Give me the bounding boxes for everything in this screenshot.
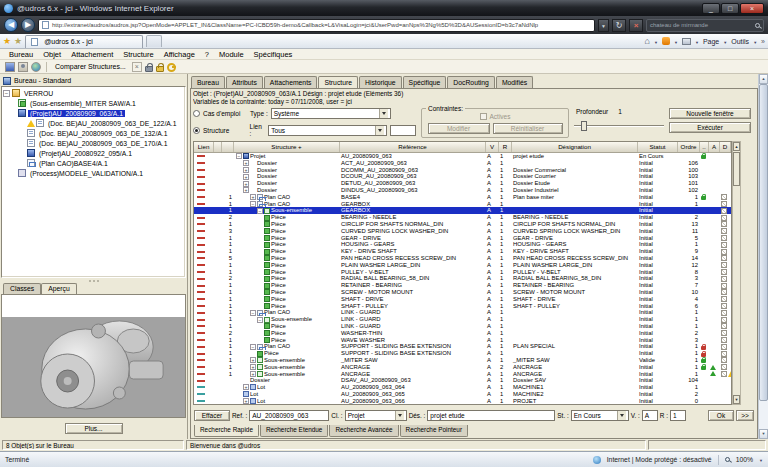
page-menu-button[interactable]: Page [703,38,719,45]
expand-toggle-icon[interactable]: − [3,90,10,97]
r-input[interactable]: 1 [670,410,686,421]
table-row[interactable]: 1PiècePULLEY - V-BELTA1PULLEY - V-BELTIn… [194,269,731,276]
tree-item[interactable]: (Doc. BE)AU_20080909_063_DE_132/A.1 [3,128,184,138]
column-header[interactable]: Structure + [234,142,340,152]
table-row[interactable]: 1+Plan CAOBASE4A1Plan base miterInitial1 [194,194,731,201]
expand-toggle-icon[interactable]: + [250,194,256,200]
table-row[interactable]: 1+Sous-ensembleANCRAGEA2ANCRAGEInitial1 [194,364,731,371]
tab-6[interactable]: DocRouting [447,76,495,88]
expand-toggle-icon[interactable]: + [243,167,249,173]
ok-button[interactable]: Ok [708,410,734,421]
tab-4[interactable]: Historique [359,76,402,88]
search-input[interactable]: chateau de mirmande [646,19,764,32]
table-row[interactable]: 2PièceWASHER-THINA1Initial2 [194,330,731,337]
column-header[interactable]: A [709,142,720,152]
column-header[interactable]: D [720,142,731,152]
page-scrollbar[interactable]: ▲ ▼ [758,74,768,439]
menu-item[interactable]: Spécifiques [249,50,298,59]
table-row[interactable]: 5PiècePAN HEAD CROSS RECESS SCREW_DINA1P… [194,255,731,262]
lock-icon[interactable] [145,66,153,72]
key-icon[interactable] [167,62,176,71]
tree-item[interactable]: (Sous-ensemble)_MITER SAW/A.1 [3,98,184,108]
table-row[interactable]: +DossierACT_AU_20080909_063A1Initial106 [194,160,731,167]
table-row[interactable]: 2PièceRADIAL BALL BEARING_58_DINA1RADIAL… [194,275,731,282]
expand-toggle-icon[interactable]: − [257,208,263,214]
table-row[interactable]: 1PiècePLAIN WASHER LARGE_DINA1PLAIN WASH… [194,262,731,269]
page-scroll-down-icon[interactable]: ▼ [759,429,768,439]
table-scrollbar[interactable]: ▲ ▼ [732,141,741,405]
print-icon[interactable] [682,38,691,45]
menu-item[interactable]: Attachement [66,50,118,59]
effacer-button[interactable]: Effacer [194,410,230,421]
expand-toggle-icon[interactable]: − [250,201,256,207]
table-row[interactable]: 1PièceSCREW - MOTOR MOUNTA1SCREW - MOTOR… [194,289,731,296]
table-row[interactable]: 1+Sous-ensemble_MITER SAWA1_MITER SAWVal… [194,357,731,364]
add-favorite-icon[interactable]: ★ [14,37,22,46]
table-row[interactable]: LotAU_20080909_063_065A1MACHINE2Initial2 [194,391,731,398]
table-row[interactable]: 1PièceHOUSING - GEARSA1HOUSING - GEARSIn… [194,241,731,248]
v-input[interactable]: A [642,410,658,421]
table-row[interactable]: −ProjetAU_20080909_063A1projet etudeEn C… [194,153,731,160]
maximize-button[interactable]: □ [721,3,739,14]
tools-menu-button[interactable]: Outils [731,38,749,45]
lien-extra-input[interactable] [390,125,416,136]
tab-0[interactable]: Bureau [191,76,225,88]
expand-toggle-icon[interactable]: + [243,181,249,187]
table-row[interactable]: 1−Sous-ensembleLINK - GUARDA1Initial1 [194,316,731,323]
expand-toggle-icon[interactable]: + [243,187,249,193]
actives-checkbox[interactable] [480,113,487,120]
lien-select[interactable]: Tous [268,125,387,136]
left-tab-1[interactable]: Aperçu [41,283,77,294]
profondeur-slider[interactable] [574,121,664,131]
home-icon[interactable] [645,36,650,46]
table-row[interactable]: 1PièceSHAFT - DRIVEA1SHAFT - DRIVEInitia… [194,296,731,303]
table-row[interactable]: 1PièceWAVE WASHERA1Initial3 [194,337,731,344]
compare-structures-button[interactable]: Comparer Structures... [52,63,129,70]
refresh-button[interactable]: ↻ [612,19,626,32]
tree-item[interactable]: (Doc. BE)AU_20080909_063_DE_170/A.1 [3,138,184,148]
menu-item[interactable]: ? [200,50,214,59]
menu-item[interactable]: Structure [118,50,158,59]
search-tab-2[interactable]: Recherche Avancée [329,425,398,437]
cl-select[interactable]: Projet [345,410,407,421]
tree-item[interactable]: (Projet)AU_20080922_095/A.1 [3,148,184,158]
dropdown-icon[interactable] [379,109,388,118]
cut-icon[interactable] [132,62,142,72]
table-row[interactable]: 1PièceCIRCLIP FOR SHAFTS NORMAL_DINA1CIR… [194,221,731,228]
table-row[interactable]: +LotAU_20080909_063_064A1MACHINE1Initial… [194,384,731,391]
table-row[interactable]: 1PièceLINK - GUARDA1Initial1 [194,323,731,330]
tree-item[interactable]: (Doc. BE)AU_20080909_063_DE_122/A.1 [3,118,184,128]
expand-toggle-icon[interactable]: + [250,364,256,370]
browser-tab[interactable]: @udros 6.x - jci [25,35,143,48]
scroll-thumb[interactable] [733,152,740,186]
structure-radio[interactable] [193,127,200,134]
tree-item[interactable]: (Process)MODELE_VALIDATION/A.1 [3,168,184,178]
menu-item[interactable]: Module [214,50,249,59]
table-row[interactable]: +DossierDCOUR_AU_20080909_063A1Dossier C… [194,173,731,180]
search-tab-1[interactable]: Recherche Etendue [260,425,329,437]
des-input[interactable]: projet etude [427,410,555,421]
plus-button[interactable]: Plus... [65,423,123,434]
scroll-up-icon[interactable]: ▲ [733,142,740,151]
expand-toggle-icon[interactable]: + [243,174,249,180]
search-tab-3[interactable]: Recherche Pointeur [400,425,468,437]
expand-toggle-icon[interactable]: − [257,317,263,323]
table-row[interactable]: 1−Sous-ensembleGEARBOXA1Initial [194,207,731,214]
modifier-button[interactable]: Modifier [428,123,490,134]
column-header[interactable]: Référence [340,142,486,152]
table-row[interactable]: 1+Sous-ensembleANCRAGEA1ANCRAGEInitial1 [194,371,731,378]
table-row[interactable]: 1PièceGEAR - DRIVEA1GEAR - DRIVEInitial5 [194,235,731,242]
table-row[interactable]: +DossierDETUD_AU_20080909_063A1Dossier E… [194,180,731,187]
tree-item[interactable]: (Plan CAO)BASE4/A.1 [3,158,184,168]
tree-root[interactable]: −VERROU [3,88,184,98]
zoom-level[interactable]: 100% [736,456,753,463]
table-row[interactable]: 3PièceCURVED SPRING LOCK WASHER_DINA1CUR… [194,228,731,235]
table-row[interactable]: +LotAU_20080909_063_066A1PROJETInitial0 [194,398,731,404]
column-header[interactable]: Lien [194,142,214,152]
tab-1[interactable]: Attributs [226,76,263,88]
table-row[interactable]: 1PièceSUPPORT - SLIDING BASE EXTENSIONA1… [194,350,731,357]
column-header[interactable] [214,142,222,152]
slider-thumb[interactable] [581,121,587,131]
search-tab-0[interactable]: Recherche Rapide [194,425,259,437]
unlock-icon[interactable] [156,66,164,72]
